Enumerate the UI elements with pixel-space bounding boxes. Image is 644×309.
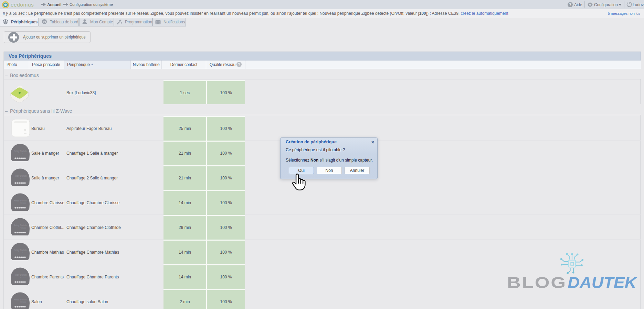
svg-text:?: ? [569,2,571,7]
svg-text:?: ? [238,62,240,66]
